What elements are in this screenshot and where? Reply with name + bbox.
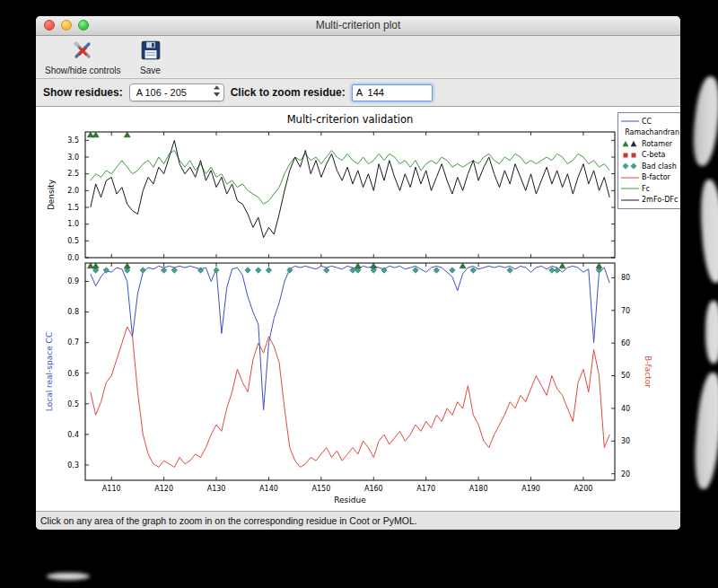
- title-bar[interactable]: Multi-criterion plot: [36, 16, 680, 36]
- legend-label: 2mFo-DFc: [642, 196, 678, 204]
- svg-text:40: 40: [621, 405, 630, 413]
- svg-text:3.5: 3.5: [67, 136, 79, 145]
- zoom-residue-label: Click to zoom residue:: [231, 86, 346, 99]
- svg-text:A180: A180: [469, 485, 488, 493]
- legend-marker-line: [620, 117, 640, 126]
- minimize-button[interactable]: [61, 20, 72, 31]
- status-bar: Click on any area of the graph to zoom i…: [36, 511, 680, 530]
- svg-text:0.6: 0.6: [67, 370, 79, 378]
- legend-marker-line: [620, 196, 640, 205]
- svg-text:0.4: 0.4: [67, 431, 79, 439]
- svg-text:A110: A110: [102, 485, 121, 493]
- background-artifact: [698, 179, 718, 283]
- svg-text:70: 70: [621, 307, 630, 315]
- svg-text:3.0: 3.0: [67, 154, 79, 162]
- zoom-window-button[interactable]: [78, 20, 89, 31]
- svg-text:A160: A160: [364, 485, 383, 493]
- svg-text:0.0: 0.0: [67, 254, 79, 262]
- svg-text:Local real-space CC: Local real-space CC: [45, 332, 54, 411]
- save-label: Save: [140, 66, 161, 75]
- svg-text:0.7: 0.7: [67, 338, 79, 347]
- legend-marker-line: [620, 184, 640, 193]
- save-button[interactable]: Save: [136, 38, 166, 76]
- svg-text:1.0: 1.0: [67, 220, 79, 228]
- svg-text:B-factor: B-factor: [644, 355, 652, 388]
- desktop-background: Multi-criterion plot Show/hide controls: [0, 0, 718, 588]
- background-artifact: [691, 372, 718, 490]
- legend-marker-diamonds: [620, 162, 640, 171]
- svg-text:20: 20: [621, 470, 630, 478]
- background-artifact: [47, 573, 90, 580]
- legend-label: Fc: [642, 185, 650, 193]
- legend-marker-circles: [620, 128, 623, 137]
- background-artifact: [690, 75, 718, 167]
- close-button[interactable]: [44, 20, 55, 31]
- svg-text:0.5: 0.5: [67, 400, 79, 408]
- show-residues-select[interactable]: A 106 - 205: [129, 83, 224, 101]
- svg-text:A200: A200: [574, 485, 593, 493]
- legend-label: Ramachandran: [625, 128, 679, 136]
- svg-text:Density: Density: [47, 179, 56, 210]
- legend-marker-squares: [620, 151, 640, 160]
- svg-text:Residue: Residue: [334, 496, 366, 505]
- show-hide-controls-label: Show/hide controls: [45, 66, 121, 75]
- legend-item: C-beta: [620, 150, 679, 162]
- legend-label: C-beta: [642, 151, 666, 159]
- legend-label: CC: [642, 118, 652, 126]
- zoom-residue-input[interactable]: [352, 84, 433, 101]
- svg-text:50: 50: [621, 372, 630, 380]
- background-artifact: [705, 301, 718, 364]
- legend-item: CC: [620, 116, 679, 127]
- residue-range-value: A 106 - 205: [136, 87, 187, 98]
- legend-marker-triangles: [620, 139, 640, 148]
- legend-item: B-factor: [620, 172, 679, 184]
- stepper-arrows-icon: [213, 84, 221, 101]
- svg-text:30: 30: [621, 437, 630, 445]
- svg-text:A170: A170: [416, 485, 435, 493]
- svg-text:0.5: 0.5: [67, 237, 79, 245]
- legend-item: Fc: [620, 183, 679, 195]
- svg-text:Multi-criterion validation: Multi-criterion validation: [287, 113, 414, 126]
- legend-item: Ramachandran: [620, 127, 679, 139]
- svg-text:0.9: 0.9: [67, 277, 79, 285]
- svg-text:1.5: 1.5: [67, 204, 79, 212]
- save-icon: [139, 39, 162, 66]
- legend-item: Bad clash: [620, 161, 679, 172]
- svg-text:0.3: 0.3: [67, 461, 79, 470]
- traffic-lights: [44, 20, 89, 31]
- svg-text:60: 60: [621, 339, 630, 347]
- multi-criterion-chart[interactable]: Multi-criterion validation0.00.51.01.52.…: [36, 107, 680, 511]
- svg-text:A120: A120: [154, 485, 173, 493]
- tools-icon: [71, 39, 94, 66]
- multi-criterion-plot-window: Multi-criterion plot Show/hide controls: [36, 16, 680, 530]
- svg-text:A130: A130: [207, 485, 226, 493]
- show-residues-label: Show residues:: [43, 86, 123, 99]
- toolbar: Show/hide controls Save: [36, 36, 680, 79]
- legend-label: Rotamer: [642, 140, 672, 148]
- legend-marker-line: [620, 173, 640, 182]
- legend-item: 2mFo-DFc: [620, 195, 679, 206]
- window-title: Multi-criterion plot: [36, 16, 680, 35]
- legend-item: Rotamer: [620, 138, 679, 150]
- chart-legend: CCRamachandranRotamerC-betaBad clashB-fa…: [617, 112, 680, 209]
- svg-text:2.0: 2.0: [67, 187, 79, 195]
- plot-area: Multi-criterion validation0.00.51.01.52.…: [36, 107, 680, 511]
- show-hide-controls-button[interactable]: Show/hide controls: [41, 38, 125, 76]
- legend-label: Bad clash: [642, 162, 677, 171]
- svg-text:80: 80: [621, 274, 630, 282]
- controls-bar: Show residues: A 106 - 205 Click to zoom…: [36, 79, 680, 107]
- svg-text:A190: A190: [521, 485, 540, 493]
- svg-text:2.5: 2.5: [67, 170, 79, 178]
- legend-label: B-factor: [642, 173, 670, 181]
- svg-text:A140: A140: [259, 485, 278, 493]
- svg-text:A150: A150: [311, 485, 330, 493]
- svg-text:0.8: 0.8: [67, 308, 79, 316]
